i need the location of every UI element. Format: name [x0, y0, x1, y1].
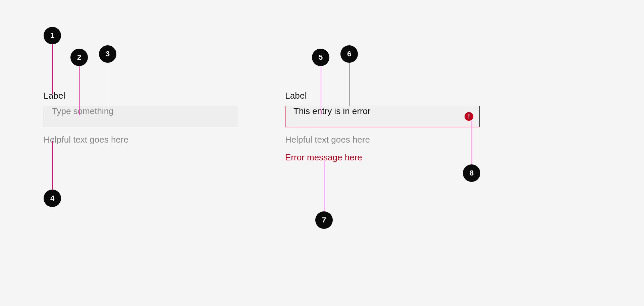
text-input-field[interactable]: Type something: [44, 106, 238, 127]
callout-marker-3: 3: [99, 45, 116, 63]
helper-text: Helpful text goes here: [44, 135, 238, 145]
callout-line: [472, 121, 472, 164]
error-message: Error message here: [285, 152, 480, 163]
callout-marker-8: 8: [463, 164, 480, 182]
callout-marker-7: 7: [315, 211, 333, 229]
error-icon: !: [465, 112, 473, 121]
callout-marker-2: 2: [70, 49, 88, 66]
callout-line: [324, 161, 324, 211]
input-placeholder: Type something: [52, 106, 114, 116]
text-input-default: Label Type something Helpful text goes h…: [44, 91, 238, 152]
helper-text: Helpful text goes here: [285, 135, 480, 145]
anatomy-diagram: Label Type something Helpful text goes h…: [0, 0, 644, 306]
callout-line: [52, 44, 53, 94]
callout-line: [79, 66, 79, 115]
callout-line: [321, 66, 321, 115]
text-input-field[interactable]: This entry is in error !: [285, 106, 480, 127]
callout-marker-1: 1: [44, 27, 61, 44]
input-label: Label: [285, 91, 480, 101]
callout-line: [349, 63, 350, 106]
callout-marker-4: 4: [44, 190, 61, 207]
text-input-error-state: Label This entry is in error ! Helpful t…: [285, 91, 480, 163]
input-value: This entry is in error: [293, 106, 371, 116]
callout-line: [52, 141, 53, 190]
callout-marker-6: 6: [340, 45, 358, 63]
input-label: Label: [44, 91, 238, 101]
callout-marker-5: 5: [312, 49, 329, 66]
callout-line: [108, 63, 108, 106]
